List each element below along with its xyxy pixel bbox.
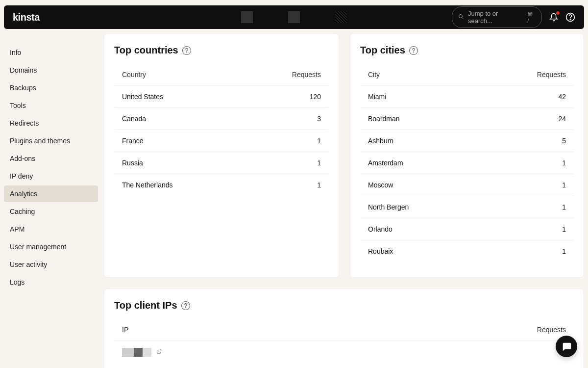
table-row: North Bergen1 <box>360 196 574 218</box>
help-button[interactable] <box>565 12 575 22</box>
redacted-ip <box>122 348 151 357</box>
topbar-nav-placeholder-3[interactable] <box>335 11 347 23</box>
ips-col-ip: IP <box>114 322 368 341</box>
help-tip-icon[interactable]: ? <box>409 46 418 55</box>
notification-dot <box>556 11 560 15</box>
help-tip-icon[interactable]: ? <box>181 301 190 310</box>
search-placeholder: Jump to or search... <box>468 10 523 25</box>
sidebar-item-logs[interactable]: Logs <box>4 274 98 290</box>
cities-col-requests: Requests <box>479 67 574 86</box>
svg-point-0 <box>459 14 463 18</box>
svg-line-1 <box>462 17 464 19</box>
table-row: Moscow1 <box>360 174 574 196</box>
table-row: United States120 <box>114 86 329 108</box>
countries-col-requests: Requests <box>243 67 329 86</box>
table-row: Orlando1 <box>360 218 574 240</box>
table-row: Canada3 <box>114 108 329 130</box>
topbar-right: Jump to or search... ⌘ / <box>452 6 575 28</box>
brand-logo[interactable]: kinsta <box>13 12 40 23</box>
top-client-ips-title: Top client IPs <box>114 300 177 311</box>
table-row: Miami42 <box>360 86 574 108</box>
global-search[interactable]: Jump to or search... ⌘ / <box>452 6 542 28</box>
ips-col-requests: Requests <box>368 322 574 341</box>
sidebar-item-addons[interactable]: Add-ons <box>4 150 98 167</box>
help-tip-icon[interactable]: ? <box>182 46 191 55</box>
sidebar-item-plugins[interactable]: Plugins and themes <box>4 132 98 149</box>
sidebar-item-analytics[interactable]: Analytics <box>4 185 98 202</box>
sidebar: Info Domains Backups Tools Redirects Plu… <box>4 44 98 291</box>
table-row: Amsterdam1 <box>360 152 574 174</box>
topbar-nav-placeholder-2[interactable] <box>288 11 300 23</box>
cities-col-city: City <box>360 67 479 86</box>
table-row: Roubaix1 <box>360 240 574 263</box>
svg-point-3 <box>570 19 570 20</box>
sidebar-item-info[interactable]: Info <box>4 44 98 61</box>
countries-col-country: Country <box>114 67 243 86</box>
ips-table: IP Requests 4 <box>114 322 574 364</box>
sidebar-item-ipdeny[interactable]: IP deny <box>4 168 98 184</box>
topbar-nav-placeholder-1[interactable] <box>241 11 253 23</box>
chat-widget-button[interactable] <box>556 336 577 357</box>
sidebar-item-domains[interactable]: Domains <box>4 62 98 79</box>
top-cities-card: Top cities ? City Requests Miami42 Board… <box>350 33 584 278</box>
main-content: Top countries ? Country Requests United … <box>104 33 584 368</box>
sidebar-item-backups[interactable]: Backups <box>4 79 98 96</box>
top-countries-card: Top countries ? Country Requests United … <box>104 33 339 278</box>
sidebar-item-apm[interactable]: APM <box>4 221 98 237</box>
cities-table: City Requests Miami42 Boardman24 Ashburn… <box>360 67 574 262</box>
topbar: kinsta Jump to or search... ⌘ / <box>4 5 584 29</box>
table-row: The Netherlands1 <box>114 174 329 196</box>
search-icon <box>458 14 464 21</box>
top-countries-title: Top countries <box>114 45 178 56</box>
notifications-button[interactable] <box>549 12 559 22</box>
sidebar-item-useractivity[interactable]: User activity <box>4 256 98 273</box>
table-row: Boardman24 <box>360 108 574 130</box>
search-shortcut: ⌘ / <box>527 11 536 24</box>
sidebar-item-redirects[interactable]: Redirects <box>4 115 98 131</box>
countries-table: Country Requests United States120 Canada… <box>114 67 329 196</box>
table-row: Russia1 <box>114 152 329 174</box>
table-row: Ashburn5 <box>360 130 574 152</box>
table-row: France1 <box>114 130 329 152</box>
external-link-icon[interactable] <box>156 349 162 356</box>
topbar-nav <box>241 11 347 23</box>
sidebar-item-usermgmt[interactable]: User management <box>4 238 98 255</box>
svg-line-4 <box>158 349 161 352</box>
table-row: 4 <box>114 341 574 364</box>
top-client-ips-card: Top client IPs ? IP Requests 4 <box>104 289 584 368</box>
sidebar-item-caching[interactable]: Caching <box>4 203 98 220</box>
top-cities-title: Top cities <box>360 45 405 56</box>
sidebar-item-tools[interactable]: Tools <box>4 97 98 114</box>
